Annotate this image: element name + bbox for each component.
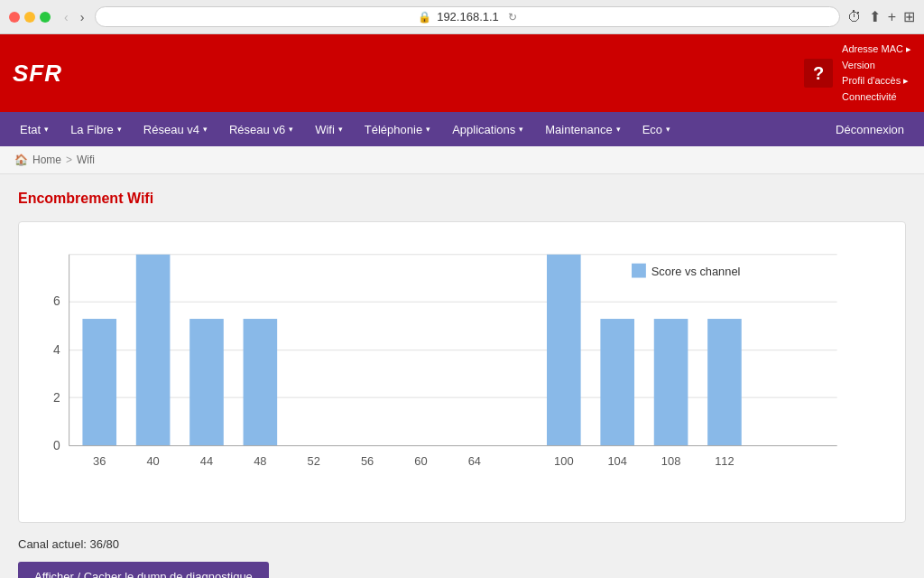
new-tab-icon[interactable]: + — [888, 9, 896, 25]
chevron-down-icon: ▾ — [666, 125, 670, 134]
nav-link-reseau-v6[interactable]: Réseau v6 ▾ — [218, 114, 304, 145]
canal-info: Canal actuel: 36/80 — [18, 537, 906, 551]
address-text: 192.168.1.1 — [437, 10, 499, 23]
svg-text:48: 48 — [254, 455, 266, 469]
chevron-down-icon: ▾ — [426, 125, 430, 134]
forward-button[interactable]: › — [77, 8, 88, 26]
sfr-details: Adresse MAC ▸ Version Profil d'accès ▸ C… — [842, 42, 911, 105]
svg-text:2: 2 — [53, 390, 60, 405]
svg-text:100: 100 — [554, 455, 573, 469]
canal-label: Canal actuel: 36/80 — [18, 537, 119, 551]
nav-item-reseau-v4: Réseau v4 ▾ — [133, 114, 218, 145]
svg-text:40: 40 — [146, 455, 159, 469]
security-icon: 🔒 — [418, 11, 431, 23]
bar-ch40 — [136, 255, 171, 446]
nav-items: Etat ▾ La Fibre ▾ Réseau v4 ▾ Réseau v6 … — [9, 114, 825, 145]
svg-text:6: 6 — [53, 294, 60, 309]
chevron-down-icon: ▾ — [289, 125, 293, 134]
svg-text:64: 64 — [468, 455, 481, 469]
nav-link-wifi[interactable]: Wifi ▾ — [304, 114, 354, 145]
svg-text:0: 0 — [53, 438, 60, 452]
bar-ch48 — [244, 319, 278, 446]
nav-item-etat: Etat ▾ — [9, 114, 60, 145]
main-nav: Etat ▾ La Fibre ▾ Réseau v4 ▾ Réseau v6 … — [0, 112, 924, 146]
chevron-down-icon: ▾ — [203, 125, 208, 134]
nav-item-wifi: Wifi ▾ — [304, 114, 354, 145]
nav-item-telephonie: Téléphonie ▾ — [354, 114, 441, 145]
svg-text:52: 52 — [308, 455, 320, 469]
nav-link-applications[interactable]: Applications ▾ — [441, 114, 534, 145]
browser-chrome: ‹ › 🔒 192.168.1.1 ↻ ⏱ ⬆ + ⊞ — [0, 0, 924, 34]
sfr-logo: SFR — [13, 60, 62, 88]
svg-text:108: 108 — [661, 455, 680, 469]
nav-link-fibre[interactable]: La Fibre ▾ — [60, 114, 133, 145]
nav-item-eco: Eco ▾ — [632, 114, 681, 145]
bar-ch44 — [189, 319, 224, 446]
svg-text:60: 60 — [414, 455, 427, 469]
diagnostic-button[interactable]: Afficher / Cacher le dump de diagnostiqu… — [18, 562, 269, 578]
nav-link-etat[interactable]: Etat ▾ — [9, 114, 60, 145]
bar-ch104 — [600, 319, 634, 446]
tab-overview-icon[interactable]: ⊞ — [903, 8, 915, 25]
bar-ch100 — [547, 255, 581, 446]
chevron-down-icon: ▾ — [616, 125, 621, 134]
share-icon[interactable]: ⬆ — [869, 8, 881, 25]
connectivite-label: Connectivité — [842, 89, 911, 106]
sfr-info: ? Adresse MAC ▸ Version Profil d'accès ▸… — [804, 42, 911, 105]
chart-container: 0 2 4 6 36 40 44 48 52 56 60 — [18, 221, 906, 523]
chevron-down-icon: ▾ — [519, 125, 523, 134]
chevron-down-icon: ▾ — [44, 125, 49, 134]
svg-text:104: 104 — [607, 455, 626, 469]
svg-text:112: 112 — [715, 455, 734, 469]
svg-text:4: 4 — [53, 342, 60, 357]
nav-item-fibre: La Fibre ▾ — [60, 114, 133, 145]
legend-color — [632, 264, 646, 278]
legend-text: Score vs channel — [651, 265, 741, 278]
back-button[interactable]: ‹ — [60, 8, 72, 26]
wifi-chart: 0 2 4 6 36 40 44 48 52 56 60 — [33, 237, 891, 505]
breadcrumb: 🏠 Home > Wifi — [0, 146, 924, 174]
version-label: Version — [842, 58, 911, 74]
nav-link-maintenance[interactable]: Maintenance ▾ — [534, 114, 631, 145]
browser-controls: ‹ › — [9, 8, 88, 26]
sfr-header: SFR ? Adresse MAC ▸ Version Profil d'acc… — [0, 34, 924, 112]
chevron-down-icon: ▾ — [117, 125, 122, 134]
home-icon: 🏠 — [14, 154, 28, 166]
svg-text:36: 36 — [93, 455, 106, 469]
mac-address-label[interactable]: Adresse MAC ▸ — [842, 42, 911, 58]
breadcrumb-separator: > — [66, 154, 72, 166]
chevron-down-icon: ▾ — [338, 125, 343, 134]
nav-link-telephonie[interactable]: Téléphonie ▾ — [354, 114, 441, 145]
svg-text:56: 56 — [361, 455, 374, 469]
address-bar[interactable]: 🔒 192.168.1.1 ↻ — [95, 6, 839, 27]
nav-item-applications: Applications ▾ — [441, 114, 534, 145]
nav-link-reseau-v4[interactable]: Réseau v4 ▾ — [133, 114, 218, 145]
profil-acces-label[interactable]: Profil d'accès ▸ — [842, 73, 911, 89]
breadcrumb-home[interactable]: Home — [32, 154, 61, 166]
bar-ch36 — [82, 319, 116, 446]
svg-text:44: 44 — [200, 455, 213, 469]
reload-icon: ↻ — [508, 11, 517, 23]
logout-button[interactable]: Déconnexion — [825, 114, 915, 145]
window-controls — [9, 12, 51, 23]
browser-actions: ⏱ ⬆ + ⊞ — [847, 8, 915, 25]
nav-item-maintenance: Maintenance ▾ — [534, 114, 631, 145]
bar-ch108 — [654, 319, 688, 446]
bar-ch112 — [707, 319, 742, 446]
nav-link-eco[interactable]: Eco ▾ — [632, 114, 681, 145]
page-title: Encombrement Wifi — [18, 191, 906, 207]
help-button[interactable]: ? — [804, 59, 833, 88]
page-content: Encombrement Wifi 0 2 4 6 — [0, 174, 924, 578]
history-icon[interactable]: ⏱ — [847, 9, 862, 25]
breadcrumb-current: Wifi — [77, 154, 95, 166]
nav-item-reseau-v6: Réseau v6 ▾ — [218, 114, 304, 145]
